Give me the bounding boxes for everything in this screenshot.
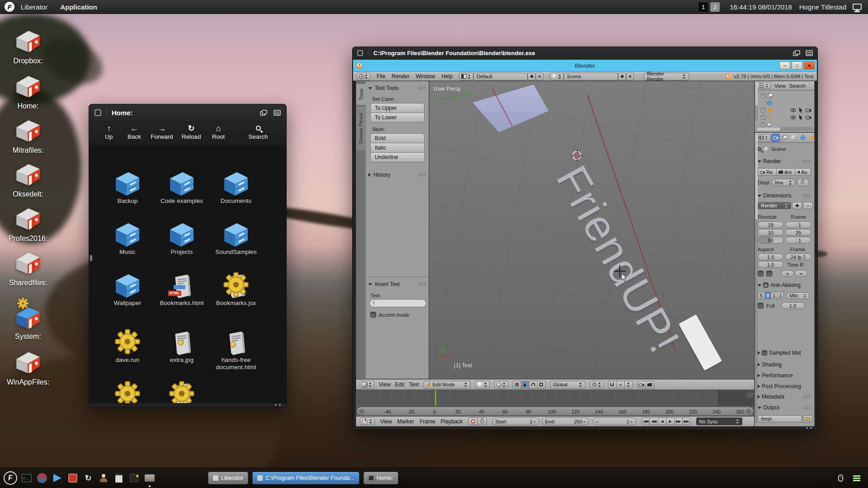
add-layout-button[interactable]: ✚ [528, 73, 536, 80]
outliner-row-world[interactable] [767, 99, 811, 106]
file-item[interactable]: Projects [156, 222, 207, 256]
file-list-area[interactable]: Backup Code examples Documents Music Pro… [90, 146, 286, 403]
contacts-icon[interactable] [98, 472, 109, 484]
file-item-partial[interactable] [156, 382, 207, 403]
menu-frame[interactable]: Frame [420, 418, 435, 425]
friend-logo-icon[interactable]: F [4, 471, 17, 485]
add-preset-button[interactable]: ✚ [792, 202, 802, 209]
bold-button[interactable]: Bold [370, 133, 425, 143]
outliner-hscrollbar[interactable] [756, 127, 814, 131]
aa-samples-8[interactable]: 8 [764, 292, 771, 299]
output-path-field[interactable]: /tmp\ [758, 415, 802, 422]
snap-magnet-icon[interactable] [608, 381, 617, 389]
render-preset-selector[interactable]: Render [758, 202, 791, 209]
panel-header-sampled-motion-blur[interactable]: Sampled Mot [758, 350, 811, 356]
menu-application[interactable]: Application [60, 3, 97, 11]
accent-mode-checkbox[interactable] [370, 312, 376, 318]
window-widget-icon[interactable] [274, 110, 281, 116]
editor-type-properties-button[interactable] [756, 134, 770, 141]
manipulator-axes-icon[interactable] [513, 381, 521, 389]
italic-button[interactable]: Italic [370, 143, 425, 153]
editor-type-info-button[interactable]: i [357, 73, 370, 80]
end-frame-field[interactable]: End: 250▸ [542, 418, 589, 425]
desktop-icon-home[interactable]: Home: [5, 73, 52, 110]
window-depth-icon[interactable] [94, 109, 101, 116]
panel-header-post-processing[interactable]: Post Processing [758, 383, 811, 389]
visibility-eye-icon[interactable] [790, 108, 796, 112]
storage-app-icon[interactable] [128, 472, 140, 484]
panel-header-shading[interactable]: Shading [758, 361, 811, 368]
resolution-y-field[interactable]: 10 [758, 229, 783, 236]
desktop-icon-system[interactable]: System: [5, 297, 52, 341]
viewport-shading-selector[interactable] [475, 381, 490, 389]
resolution-x-field[interactable]: 19 [758, 221, 783, 228]
expand-icon[interactable]: + [760, 108, 765, 113]
window-titlebar[interactable]: C:\Program Files\Blender Foundation\Blen… [353, 47, 817, 60]
snap-element-icon[interactable]: |+| [616, 381, 625, 389]
remove-preset-button[interactable]: − [803, 202, 813, 209]
workspace-1-button[interactable]: 1 [698, 2, 708, 12]
resolution-percentage-slider[interactable]: 50 [758, 237, 783, 244]
root-button[interactable]: ⌂Root [206, 125, 231, 140]
file-item[interactable]: Bookmarks.jsx [211, 273, 261, 307]
desktop-icon-winappfiles[interactable]: WinAppFiles: [5, 349, 52, 386]
antialiasing-checkbox[interactable]: ✓ [763, 282, 769, 288]
animation-button[interactable]: Ani [776, 168, 795, 176]
selectability-cursor-icon[interactable] [799, 115, 803, 120]
manipulator-translate-icon[interactable] [521, 381, 529, 389]
sync-mode-selector[interactable]: No Sync [696, 418, 742, 425]
window-titlebar[interactable]: Home: [89, 104, 286, 122]
region-resize-grip[interactable] [747, 391, 753, 398]
tab-tools[interactable]: Tools [356, 84, 366, 105]
aa-filter-selector[interactable]: Mitc [786, 292, 810, 299]
menu-help[interactable]: Help [441, 73, 453, 80]
next-keyframe-button[interactable]: ▶▶ [674, 418, 683, 425]
manipulator-scale-icon[interactable] [537, 381, 546, 389]
current-frame-field[interactable]: ◂ 1▸ [593, 418, 636, 425]
timeline-ruler[interactable]: -40 -20 0 20 40 60 80 100 120 140 160 18… [356, 406, 755, 416]
add-scene-button[interactable]: ✚ [618, 73, 626, 80]
tab-grease-pencil[interactable]: Grease Pencil [356, 107, 365, 150]
tab-scene[interactable] [790, 134, 797, 141]
previous-keyframe-button[interactable]: ◀◀ [650, 418, 658, 425]
lock-button[interactable] [477, 418, 487, 425]
tab-render[interactable] [772, 134, 779, 141]
to-upper-button[interactable]: To Upper [370, 103, 425, 113]
play-reverse-button[interactable]: ◀ [658, 418, 666, 425]
scene-icon-button[interactable] [550, 73, 564, 80]
sync-app-icon[interactable]: ↻ [82, 472, 94, 484]
outliner-row-renderlayers[interactable]: + [760, 92, 811, 99]
menu-playback[interactable]: Playback [441, 418, 463, 425]
printer3d-icon[interactable] [144, 472, 156, 484]
input-device-icon[interactable] [835, 472, 846, 484]
file-item[interactable]: HTML Bookmarks.html [156, 273, 207, 307]
renderability-camera-icon[interactable] [806, 108, 811, 112]
expand-icon[interactable]: + [760, 115, 765, 120]
maximize-button[interactable]: □ [792, 61, 802, 70]
file-item[interactable]: Code examples [156, 171, 207, 205]
expand-icon[interactable]: + [760, 93, 765, 98]
menu-window[interactable]: Window [416, 73, 435, 80]
play-button[interactable]: ▶ [666, 418, 675, 425]
insert-text-input[interactable] [369, 299, 426, 307]
border-checkbox[interactable] [758, 271, 764, 277]
file-item[interactable]: extra.jpg [156, 330, 207, 364]
delete-layout-button[interactable]: ✕ [536, 73, 543, 80]
desktop-icon-oksedelt[interactable]: Oksedelt: [5, 161, 52, 198]
wine-titlebar[interactable]: Blender ─ □ ✕ [353, 60, 817, 72]
friend-logo-icon[interactable]: F [5, 2, 14, 12]
panel-header-dimensions[interactable]: Dimensions [758, 192, 811, 199]
scrollbar-handle[interactable] [755, 82, 758, 106]
desktop-icon-profes2016[interactable]: Profes2016: [5, 206, 52, 243]
menu-file[interactable]: File [377, 73, 385, 80]
panel-header-text-tools[interactable]: Text Tools [368, 85, 426, 91]
fps-selector[interactable]: 24 fp [785, 253, 811, 260]
scrollbar-handle[interactable] [755, 134, 758, 220]
start-frame-field[interactable]: Start: 1▸ [492, 418, 539, 425]
menu-outliner-search[interactable]: Search [789, 83, 806, 89]
frame-step-field[interactable]: : 1 [785, 237, 811, 244]
desktop-icon-mitrafiles[interactable]: Mitrafiles: [5, 117, 52, 155]
terminal-icon[interactable]: >_ [21, 472, 33, 484]
up-button[interactable]: ↑Up [96, 125, 122, 140]
workspace-2-button[interactable]: 2 [710, 2, 720, 12]
